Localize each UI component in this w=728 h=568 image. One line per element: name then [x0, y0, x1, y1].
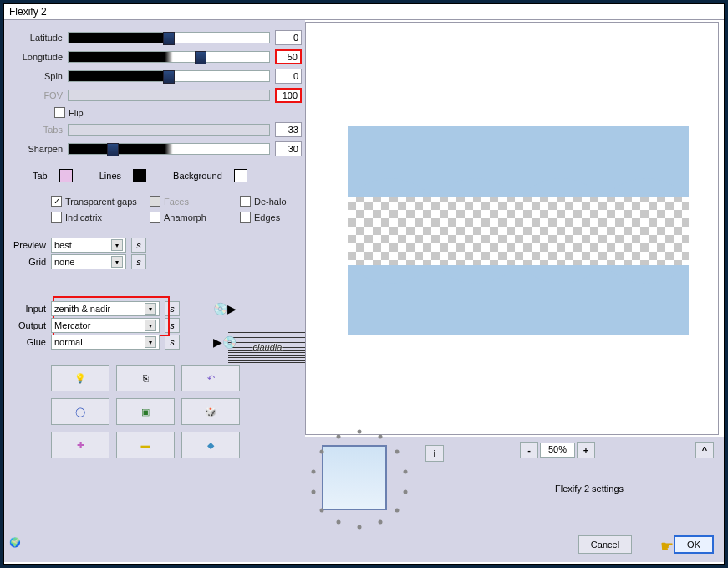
dice-icon: 🎲 [205, 407, 216, 417]
chevron-down-icon: ▾ [111, 256, 123, 268]
background-color-label: Background [173, 171, 222, 181]
preset-thumbnail[interactable] [322, 445, 387, 510]
disc-play-icon[interactable]: 💿▶ [213, 302, 237, 315]
svg-point-7 [358, 525, 362, 530]
dice-button[interactable]: 🎲 [181, 398, 240, 425]
copy-button[interactable]: ⎘ [116, 365, 175, 391]
input-select-value: zenith & nadir [54, 304, 110, 314]
faces-checkbox [150, 196, 160, 207]
indicatrix-checkbox[interactable] [51, 212, 62, 223]
input-select[interactable]: zenith & nadir▾ [51, 301, 160, 316]
edges-label: Edges [254, 212, 280, 223]
input-select-label: Input [8, 304, 51, 314]
plus-icon: + [583, 445, 588, 455]
ok-label: OK [687, 540, 700, 550]
gem-button[interactable]: ◆ [181, 432, 240, 458]
glue-select-value: normal [54, 337, 83, 347]
tabs-label: Tabs [8, 125, 68, 135]
output-settings-button[interactable]: s [165, 318, 180, 333]
svg-point-10 [312, 490, 316, 494]
preview-select-value: best [54, 240, 72, 250]
glue-select[interactable]: normal▾ [51, 335, 160, 350]
undo-icon: ↶ [207, 373, 215, 384]
svg-point-8 [337, 520, 341, 525]
cancel-label: Cancel [591, 540, 619, 550]
svg-point-11 [312, 470, 316, 474]
plus-button[interactable]: ✚ [51, 432, 109, 458]
preview-canvas[interactable] [305, 22, 719, 435]
brick-icon: ▬ [141, 440, 150, 450]
chip-icon: ▣ [141, 407, 150, 417]
svg-point-1 [379, 435, 383, 439]
latitude-row: Latitude [8, 29, 302, 46]
grid-select[interactable]: none▾ [51, 254, 126, 269]
zoom-value[interactable]: 50% [540, 443, 575, 458]
indicatrix-label: Indicatrix [65, 212, 102, 223]
chip-button[interactable]: ▣ [116, 398, 175, 425]
latitude-value[interactable] [275, 30, 302, 45]
lightbulb-icon: 💡 [74, 373, 86, 384]
grid-select-value: none [54, 257, 74, 267]
fov-value[interactable] [275, 88, 302, 103]
latitude-slider[interactable] [68, 32, 270, 43]
zoom-out-button[interactable]: - [520, 442, 538, 458]
ring-button[interactable]: ◯ [51, 398, 109, 425]
globe-hand-icon[interactable]: 🌍 [9, 537, 29, 557]
preview-select[interactable]: best▾ [51, 238, 126, 253]
info-icon: i [433, 448, 435, 458]
zoom-in-button[interactable]: + [577, 442, 595, 458]
longitude-label: Longitude [8, 52, 68, 62]
spin-slider[interactable] [68, 70, 270, 82]
output-select-value: Mercator [54, 320, 90, 330]
anamorph-checkbox[interactable] [150, 212, 160, 223]
undo-button[interactable]: ↶ [181, 365, 240, 391]
ok-button[interactable]: OK [674, 535, 714, 554]
bottom-bar: i - 50% + ^ Flexify 2 settings Cancel OK… [305, 437, 724, 562]
transparent-gaps-checkbox[interactable] [51, 196, 62, 207]
pointer-hand-icon: ☛ [660, 537, 674, 555]
lightbulb-button[interactable]: 💡 [51, 365, 109, 391]
input-settings-button[interactable]: s [165, 301, 180, 316]
dialog-window: Flexify 2 Latitude Longitude Spin FOV [3, 3, 725, 565]
svg-point-5 [395, 509, 400, 513]
minus-icon: - [527, 445, 531, 455]
expand-button[interactable]: ^ [695, 442, 714, 458]
sharpen-row: Sharpen [8, 141, 302, 157]
faces-label: Faces [164, 197, 189, 207]
edges-checkbox[interactable] [240, 212, 251, 223]
output-select[interactable]: Mercator▾ [51, 318, 160, 333]
lines-color-label: Lines [99, 171, 121, 181]
brick-button[interactable]: ▬ [116, 432, 175, 458]
dehalo-checkbox[interactable] [240, 196, 251, 207]
tab-color-swatch[interactable] [59, 169, 73, 182]
window-title: Flexify 2 [4, 4, 724, 20]
lines-color-swatch[interactable] [133, 169, 146, 182]
sharpen-value[interactable] [275, 141, 302, 156]
play-disc-icon[interactable]: ▶💿 [213, 335, 237, 349]
spin-value[interactable] [275, 69, 302, 84]
caret-up-icon: ^ [702, 445, 707, 455]
copy-icon: ⎘ [143, 373, 149, 383]
gem-icon: ◆ [207, 440, 214, 451]
flip-label: Flip [69, 108, 84, 118]
longitude-slider[interactable] [68, 51, 270, 63]
cancel-button[interactable]: Cancel [578, 535, 632, 554]
settings-text: Flexify 2 settings [555, 484, 624, 494]
anamorph-label: Anamorph [164, 212, 206, 223]
preview-image [348, 126, 689, 335]
preview-settings-button[interactable]: s [131, 238, 146, 253]
sharpen-slider[interactable] [68, 143, 270, 155]
tabs-row: Tabs [8, 121, 302, 138]
glue-settings-button[interactable]: s [165, 335, 180, 350]
tabs-value[interactable] [275, 122, 302, 137]
grid-settings-button[interactable]: s [131, 254, 146, 269]
right-area: i - 50% + ^ Flexify 2 settings Cancel OK… [305, 20, 724, 562]
svg-point-6 [379, 520, 383, 525]
chevron-down-icon: ▾ [111, 239, 123, 251]
flip-checkbox[interactable] [54, 107, 65, 118]
longitude-value[interactable] [275, 49, 302, 64]
info-button[interactable]: i [425, 445, 444, 462]
background-color-swatch[interactable] [234, 169, 247, 182]
output-select-label: Output [8, 320, 51, 330]
ring-icon: ◯ [75, 407, 85, 417]
